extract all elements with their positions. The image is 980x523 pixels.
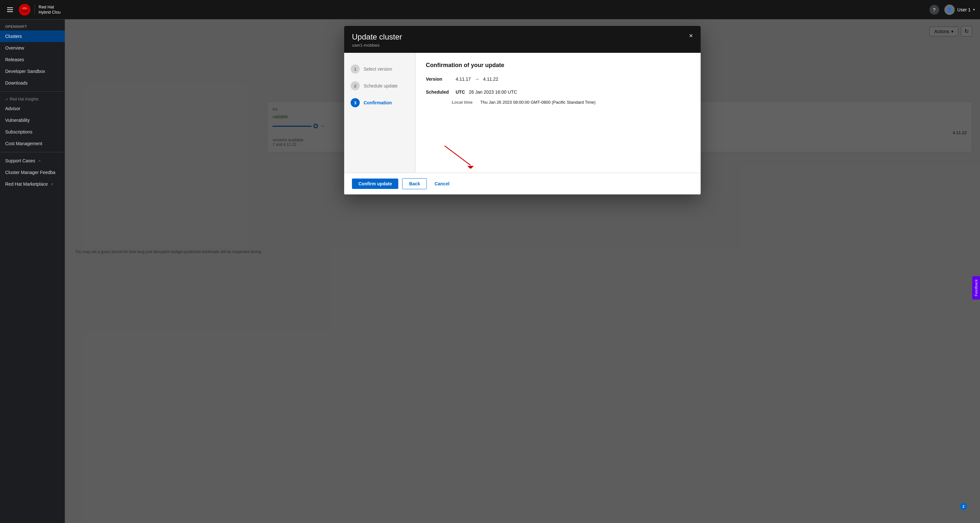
notification-badge[interactable]: 2: [960, 503, 967, 510]
scheduled-label: Scheduled: [426, 89, 452, 95]
wizard-step-3[interactable]: 3 Confirmation: [344, 94, 415, 111]
version-from: 4.11.17: [456, 76, 471, 82]
external-link-icon: ↗: [38, 159, 40, 163]
sidebar-item-support-cases[interactable]: Support Cases ↗: [0, 155, 65, 167]
sidebar: OpenShift Clusters Overview Releases Dev…: [0, 19, 65, 523]
sidebar-item-subscriptions[interactable]: Subscriptions: [0, 126, 65, 138]
step-3-label: Confirmation: [364, 100, 392, 105]
sidebar-item-cluster-manager-feedback[interactable]: Cluster Manager Feedba: [0, 167, 65, 178]
feedback-tab[interactable]: Feedback: [972, 276, 980, 299]
step-2-label: Schedule update: [364, 83, 398, 89]
help-button[interactable]: ?: [929, 5, 939, 14]
wizard-steps: 1 Select version 2 Schedule update: [344, 53, 415, 173]
external-link-icon-2: ↗: [51, 183, 53, 186]
scheduled-row: Scheduled UTC 26 Jan 2023 16:00 UTC: [426, 89, 690, 95]
confirmation-title: Confirmation of your update: [426, 62, 690, 69]
sidebar-item-clusters[interactable]: Clusters: [0, 30, 65, 42]
update-cluster-modal: Update cluster user1-mobbws × 1 Select v…: [344, 26, 701, 194]
step-2-number: 2: [351, 81, 360, 91]
wizard-step-1[interactable]: 1 Select version: [344, 60, 415, 78]
version-row: Version 4.11.17 → 4.11.22: [426, 76, 690, 82]
version-label: Version: [426, 76, 452, 82]
step-1-number: 1: [351, 65, 360, 73]
sidebar-section-openshift: OpenShift: [0, 19, 65, 30]
step-3-number: 3: [351, 98, 360, 107]
sidebar-item-releases[interactable]: Releases: [0, 54, 65, 65]
user-menu-chevron-icon: ▾: [973, 8, 975, 11]
sidebar-item-advisor[interactable]: Advisor: [0, 103, 65, 114]
local-time-label: Local time: [452, 100, 478, 105]
version-to: 4.11.22: [483, 76, 498, 82]
hamburger-menu[interactable]: [5, 5, 15, 14]
sidebar-item-downloads[interactable]: Downloads: [0, 77, 65, 89]
sidebar-item-vulnerability[interactable]: Vulnerability: [0, 114, 65, 126]
user-avatar: 👤: [944, 5, 955, 15]
wizard-confirmation-content: Confirmation of your update Version 4.11…: [415, 53, 701, 173]
wizard-step-2[interactable]: 2 Schedule update: [344, 78, 415, 94]
brand-name: Red Hat Hybrid Clou: [34, 5, 60, 14]
main-content: Actions ▾ ↻ tus vailable → 4.11.22 versi…: [65, 19, 980, 523]
sidebar-item-red-hat-marketplace[interactable]: Red Hat Marketplace ↗: [0, 178, 65, 190]
user-name-label: User 1: [957, 7, 970, 12]
top-navigation: Red Hat Hybrid Clou ? 👤 User 1 ▾: [0, 0, 980, 19]
cancel-button[interactable]: Cancel: [431, 178, 453, 189]
sidebar-label-developer-sandbox: Developer Sandbox: [5, 69, 45, 74]
sidebar-item-developer-sandbox[interactable]: Developer Sandbox: [0, 65, 65, 77]
modal-overlay: Update cluster user1-mobbws × 1 Select v…: [65, 19, 980, 523]
redhat-logo-icon: [19, 4, 30, 16]
sidebar-label-overview: Overview: [5, 45, 24, 51]
sidebar-group-insights: ↗ Red Hat Insights: [0, 94, 65, 103]
modal-header: Update cluster user1-mobbws ×: [344, 26, 701, 53]
confirm-update-button[interactable]: Confirm update: [352, 178, 398, 189]
modal-body: 1 Select version 2 Schedule update: [344, 53, 701, 173]
modal-title: Update cluster: [352, 32, 402, 41]
back-button[interactable]: Back: [402, 178, 426, 189]
local-time-row: Local time Thu Jan 26 2023 08:00:00 GMT-…: [426, 100, 690, 105]
local-time-value: Thu Jan 26 2023 08:00:00 GMT-0800 (Pacif…: [480, 100, 596, 105]
step-1-label: Select version: [364, 67, 392, 72]
sidebar-label-releases: Releases: [5, 57, 24, 62]
sidebar-item-overview[interactable]: Overview: [0, 42, 65, 54]
utc-label: UTC: [456, 89, 465, 95]
sidebar-item-cost-management[interactable]: Cost Management: [0, 138, 65, 149]
user-menu[interactable]: 👤 User 1 ▾: [944, 5, 975, 15]
version-arrow-icon: →: [475, 76, 479, 82]
sidebar-label-downloads: Downloads: [5, 80, 27, 86]
sidebar-label-clusters: Clusters: [5, 34, 22, 39]
modal-subtitle: user1-mobbws: [352, 43, 402, 48]
utc-value: 26 Jan 2023 16:00 UTC: [469, 89, 517, 95]
modal-footer: Confirm update Back Cancel: [344, 173, 701, 194]
modal-close-button[interactable]: ×: [689, 32, 693, 39]
